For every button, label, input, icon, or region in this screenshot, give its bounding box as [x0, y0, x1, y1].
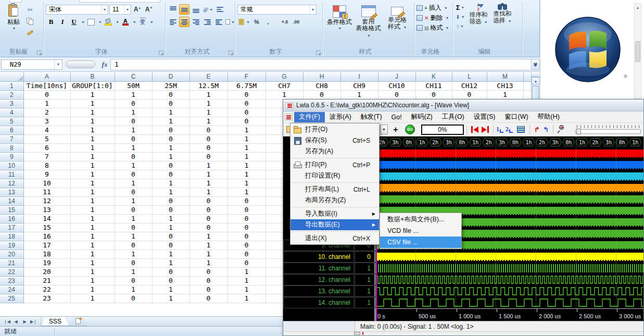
zoom-thumb[interactable] — [576, 129, 581, 134]
align-middle-button[interactable] — [179, 4, 190, 15]
cell[interactable]: 0 — [228, 108, 266, 117]
file-menu-item[interactable]: 退出(X)Ctrl+X — [291, 233, 379, 244]
cell[interactable]: 1 — [190, 170, 228, 179]
format-painter-button[interactable] — [25, 28, 35, 38]
cell[interactable]: 19 — [23, 258, 70, 267]
cell[interactable]: 0 — [115, 205, 152, 214]
borders-button[interactable] — [86, 17, 96, 27]
column-header[interactable]: D — [152, 72, 190, 81]
row-header[interactable]: 6 — [0, 126, 23, 134]
cell[interactable]: 1 — [70, 267, 115, 276]
cell[interactable]: Time[10ns] — [23, 81, 70, 90]
next-sheet-button[interactable]: ▶ — [21, 318, 29, 325]
row-header[interactable]: 7 — [0, 134, 23, 143]
cell[interactable]: 0 — [152, 276, 190, 285]
cell[interactable]: 1 — [228, 143, 266, 152]
cell[interactable]: 0 — [303, 90, 340, 99]
font-color-button[interactable]: A — [120, 17, 131, 27]
row-header[interactable]: 16 — [0, 214, 23, 223]
align-bottom-button[interactable] — [191, 4, 201, 15]
cell[interactable]: 1 — [70, 108, 115, 117]
cell[interactable]: 0 — [190, 126, 228, 134]
cell[interactable]: 1 — [152, 108, 190, 117]
column-header[interactable]: A — [23, 72, 70, 81]
number-dialog-launcher[interactable] — [316, 51, 321, 55]
cell[interactable]: 1 — [70, 214, 115, 223]
cell[interactable]: 1 — [190, 90, 228, 99]
cell-partial[interactable] — [523, 81, 532, 90]
column-header[interactable]: G — [266, 72, 303, 81]
column-header[interactable]: H — [303, 72, 340, 81]
cell[interactable]: 1 — [152, 223, 190, 232]
row-header[interactable]: 12 — [0, 179, 23, 188]
jump-prev-edge-button[interactable]: ↰ — [543, 126, 549, 133]
menubar-item-5[interactable]: 解码(Z) — [407, 112, 437, 122]
menubar-item-2[interactable]: 波形(A) — [325, 112, 356, 122]
cell[interactable]: 1 — [70, 232, 115, 241]
cell[interactable]: 0 — [190, 214, 228, 223]
alignment-dialog-launcher[interactable] — [229, 51, 233, 55]
jump-next-edge-button[interactable]: ↱ — [534, 126, 540, 133]
cell[interactable]: 1 — [70, 285, 115, 294]
cell[interactable]: 1 — [228, 267, 266, 276]
cell[interactable]: 1 — [70, 134, 115, 143]
cell[interactable]: 0 — [190, 285, 228, 294]
copy-button[interactable] — [25, 16, 35, 27]
row-header[interactable]: 1 — [0, 81, 23, 90]
cell[interactable]: 1 — [152, 250, 190, 258]
cell[interactable]: 0 — [115, 117, 152, 126]
cell[interactable]: 0 — [115, 152, 152, 161]
cell[interactable]: 11 — [23, 188, 70, 196]
column-header[interactable]: K — [415, 72, 452, 81]
expand-formula-bar-button[interactable] — [531, 59, 540, 70]
cell[interactable]: 0 — [23, 90, 70, 99]
font-name-combo[interactable]: 宋体▼ — [46, 5, 108, 15]
cell[interactable]: 1 — [115, 143, 152, 152]
cell[interactable]: 0 — [115, 99, 152, 108]
cell[interactable]: 1 — [115, 161, 152, 170]
cell[interactable]: 0 — [115, 134, 152, 143]
cell[interactable]: 1 — [190, 161, 228, 170]
cell[interactable]: 0 — [152, 196, 190, 205]
cut-button[interactable]: ✂ — [25, 5, 35, 15]
cell[interactable]: 0 — [228, 205, 266, 214]
cell[interactable]: 1 — [70, 90, 115, 99]
percent-style-button[interactable]: % — [251, 17, 262, 27]
clear-button[interactable]: ◊▼ — [455, 22, 465, 31]
cell[interactable]: 1 — [190, 179, 228, 188]
comma-style-button[interactable]: , — [263, 17, 273, 27]
cell[interactable]: 6.75M — [228, 81, 266, 90]
cell[interactable]: 1 — [152, 258, 190, 267]
marker1-button[interactable]: 1 — [496, 126, 499, 133]
file-menu-item[interactable]: 打开(O) — [291, 124, 379, 135]
italic-button[interactable]: I — [57, 17, 68, 27]
autosum-button[interactable]: Σ▼ — [455, 3, 465, 12]
cell[interactable]: CH7 — [266, 81, 303, 90]
cell[interactable]: 1 — [228, 134, 266, 143]
cell[interactable]: CH10 — [378, 81, 415, 90]
column-header[interactable]: L — [452, 72, 487, 81]
cell[interactable]: 0 — [228, 258, 266, 267]
cell[interactable]: 0 — [228, 232, 266, 241]
file-menu-item[interactable]: 打印(P)Ctrl+P — [291, 159, 379, 170]
cell[interactable]: CH9 — [340, 81, 378, 90]
marker2-button[interactable]: 2 — [506, 126, 509, 133]
first-sheet-button[interactable]: ❘◀ — [3, 318, 11, 325]
column-header[interactable]: I — [340, 72, 378, 81]
cell[interactable]: 1 — [70, 250, 115, 258]
cell[interactable]: 0 — [115, 170, 152, 179]
cell[interactable]: 0 — [190, 196, 228, 205]
cell[interactable]: 1 — [115, 267, 152, 276]
conditional-formatting-button[interactable]: ⋚ 条件格式 ▼ — [325, 3, 354, 41]
scroll-thumb[interactable] — [635, 41, 640, 62]
cell[interactable]: 18 — [23, 250, 70, 258]
file-menu-item[interactable]: 导出数据(E)▶ — [291, 219, 379, 230]
fill-button[interactable]: ⬇▼ — [455, 13, 465, 21]
cell[interactable]: 1 — [115, 179, 152, 188]
cell[interactable]: 7 — [23, 152, 70, 161]
cell[interactable]: 0 — [152, 90, 190, 99]
prev-sheet-button[interactable]: ◀ — [12, 318, 20, 325]
file-menu-item[interactable]: 打开布局(L)Ctrl+L — [291, 184, 379, 195]
cell[interactable]: 1 — [115, 250, 152, 258]
menubar-item-3[interactable]: 触发(T) — [356, 112, 387, 122]
